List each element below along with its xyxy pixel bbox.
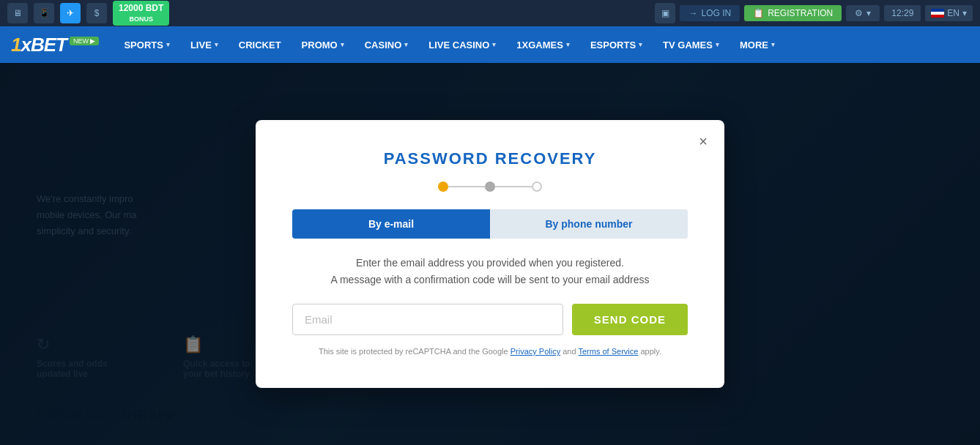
progress-step-1 (438, 182, 448, 192)
privacy-policy-link[interactable]: Privacy Policy (511, 347, 560, 356)
nav-live-casino[interactable]: LIVE CASINO ▾ (418, 26, 506, 63)
nav-casino[interactable]: CASINO ▾ (354, 26, 419, 63)
progress-line-2 (495, 186, 532, 187)
casino-label: CASINO (365, 40, 402, 51)
progress-line-1 (448, 186, 485, 187)
bonus-amount: 12000 BDT (119, 2, 163, 15)
reg-label: REGISTRATION (768, 8, 833, 18)
chevron-lang: ▾ (962, 8, 967, 18)
settings-button[interactable]: ⚙ ▾ (846, 5, 880, 21)
logo[interactable]: 1xBET (11, 34, 67, 56)
login-icon: → (688, 8, 697, 18)
recaptcha-notice: This site is protected by reCAPTCHA and … (292, 345, 688, 359)
tv-games-label: TV GAMES (663, 40, 713, 51)
nav-live[interactable]: LIVE ▾ (180, 26, 229, 63)
modal-close-button[interactable]: × (693, 131, 713, 152)
bonus-badge[interactable]: 12000 BDT BONUS (113, 1, 169, 25)
nav-1xgames[interactable]: 1XGAMES ▾ (506, 26, 580, 63)
recaptcha-prefix: This site is protected by reCAPTCHA and … (319, 347, 508, 356)
top-bar-left: 🖥 📱 ✈ $ 12000 BDT BONUS (7, 1, 169, 25)
modal-description: Enter the email address you provided whe… (292, 255, 688, 288)
nav-items: SPORTS ▾ LIVE ▾ CRICKET PROMO ▾ CASINO ▾… (114, 26, 785, 63)
more-label: MORE (740, 40, 768, 51)
chevron-esports: ▾ (639, 41, 642, 48)
registration-button[interactable]: 📋 REGISTRATION (744, 5, 842, 21)
login-label: LOG IN (701, 8, 731, 18)
progress-step-3 (532, 182, 542, 192)
tab-email[interactable]: By e-mail (292, 209, 490, 239)
flag-icon (931, 9, 944, 18)
chevron-live: ▾ (215, 41, 218, 48)
nav-more[interactable]: MORE ▾ (730, 26, 785, 63)
main-content: Place be app We're constantly impromobil… (0, 63, 980, 445)
email-input[interactable] (292, 304, 563, 335)
reg-icon: 📋 (753, 8, 764, 18)
live-label: LIVE (190, 40, 212, 51)
desc-line2: A message with a confirmation code will … (331, 274, 650, 285)
modal-title: PASSWORD RECOVERY (292, 149, 688, 168)
qr-icon[interactable]: ▣ (655, 3, 675, 23)
telegram-icon[interactable]: ✈ (60, 3, 81, 23)
password-recovery-modal: × PASSWORD RECOVERY By e-mail By phone n… (256, 120, 724, 387)
lang-label: EN (947, 8, 959, 18)
language-button[interactable]: EN ▾ (925, 5, 973, 21)
sports-label: SPORTS (124, 40, 163, 51)
esports-label: ESPORTS (590, 40, 636, 51)
time-widget: 12:29 (884, 5, 921, 21)
send-code-button[interactable]: SEND CODE (572, 304, 688, 335)
new-badge: NEW ▶ (70, 37, 100, 45)
nav-tv-games[interactable]: TV GAMES ▾ (653, 26, 730, 63)
nav-promo[interactable]: PROMO ▾ (292, 26, 354, 63)
nav-sports[interactable]: SPORTS ▾ (114, 26, 179, 63)
progress-bar (292, 182, 688, 192)
chevron-1xgames: ▾ (566, 41, 570, 48)
live-casino-label: LIVE CASINO (428, 40, 489, 51)
dollar-icon[interactable]: $ (86, 3, 107, 23)
settings-icon: ⚙ (855, 8, 863, 18)
login-button[interactable]: → LOG IN (680, 5, 740, 21)
1xgames-label: 1XGAMES (516, 40, 563, 51)
terms-link[interactable]: Terms of Service (578, 347, 638, 356)
desktop-icon[interactable]: 🖥 (7, 3, 28, 23)
desc-line1: Enter the email address you provided whe… (356, 257, 624, 269)
chevron-live-casino: ▾ (492, 41, 496, 48)
tab-phone[interactable]: By phone number (490, 209, 688, 239)
top-bar-right: ▣ → LOG IN 📋 REGISTRATION ⚙ ▾ 12:29 EN ▾ (655, 3, 973, 23)
chevron-sports: ▾ (166, 41, 170, 48)
logo-area: 1xBET NEW ▶ (11, 34, 99, 56)
promo-label: PROMO (302, 40, 338, 51)
nav-esports[interactable]: ESPORTS ▾ (580, 26, 653, 63)
chevron-more: ▾ (771, 41, 775, 48)
cricket-label: CRICKET (239, 40, 281, 51)
bonus-label: BONUS (119, 15, 163, 24)
progress-step-2 (485, 182, 495, 192)
chevron-settings: ▾ (866, 8, 871, 18)
nav-cricket[interactable]: CRICKET (229, 26, 292, 63)
recovery-tabs: By e-mail By phone number (292, 209, 688, 239)
apply-text: apply. (640, 347, 661, 356)
top-bar: 🖥 📱 ✈ $ 12000 BDT BONUS ▣ → LOG IN 📋 REG… (0, 0, 980, 26)
mobile-icon[interactable]: 📱 (34, 3, 54, 23)
chevron-casino: ▾ (404, 41, 408, 48)
input-row: SEND CODE (292, 304, 688, 335)
nav-bar: 1xBET NEW ▶ SPORTS ▾ LIVE ▾ CRICKET PROM… (0, 26, 980, 63)
chevron-promo: ▾ (341, 41, 344, 48)
and-text: and (563, 347, 576, 356)
modal-overlay: × PASSWORD RECOVERY By e-mail By phone n… (0, 63, 980, 445)
chevron-tv-games: ▾ (716, 41, 719, 48)
